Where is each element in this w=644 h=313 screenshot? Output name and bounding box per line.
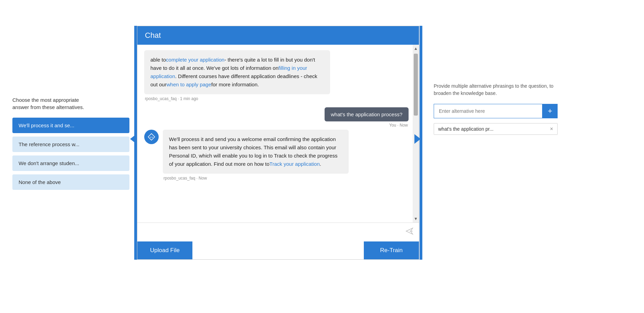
chat-messages: able tocomplete your application- there'… [137, 45, 419, 223]
alternative-tag-alt1: what's the application pr...× [434, 123, 558, 135]
complete-application-link[interactable]: complete your application [166, 57, 224, 63]
bot-meta-2: rposbo_ucas_faq · Now [163, 176, 349, 181]
answer-list: We'll process it and se...The reference … [12, 118, 129, 190]
blue-bar-right [420, 26, 422, 260]
alternative-tag-close-alt1[interactable]: × [550, 126, 553, 132]
right-panel: Provide multiple alternative phrasings t… [434, 83, 558, 135]
scroll-down-arrow[interactable]: ▼ [412, 215, 419, 223]
bot-message-2-content: We'll process it and send you a welcome … [163, 130, 349, 187]
chat-body: able tocomplete your application- there'… [137, 45, 419, 241]
bot-message-2: <> We'll process it and send you a welco… [144, 130, 409, 187]
scrollbar-track[interactable]: ▲ ▼ [413, 45, 419, 223]
bot-meta-1: rposbo_ucas_faq · 1 min ago [145, 96, 409, 101]
when-to-apply-link[interactable]: when to apply page [167, 82, 211, 87]
upload-file-button[interactable]: Upload File [137, 241, 192, 259]
scroll-thumb[interactable] [414, 54, 418, 116]
arrow-left [130, 134, 136, 144]
user-bubble-1: what's the application process? [325, 107, 409, 121]
retrain-button[interactable]: Re-Train [364, 241, 419, 259]
filling-application-link[interactable]: filling in your application [150, 65, 307, 79]
svg-text:<>: <> [150, 136, 153, 139]
send-button[interactable] [405, 227, 414, 238]
chat-input-area [137, 223, 419, 241]
chat-footer: Upload File Re-Train [137, 241, 419, 259]
answer-button-ans1[interactable]: We'll process it and se... [12, 118, 129, 133]
right-panel-description: Provide multiple alternative phrasings t… [434, 83, 558, 97]
alternative-tag-text-alt1: what's the application pr... [438, 126, 547, 132]
chat-window: Chat able tocomplete your application- t… [137, 26, 419, 260]
answer-button-ans4[interactable]: None of the above [12, 174, 129, 190]
alternative-tags-list: what's the application pr...× [434, 123, 558, 135]
left-panel-title: Choose the most appropriate answer from … [12, 96, 129, 111]
alternative-input[interactable] [434, 104, 542, 118]
user-message-1: what's the application process?You · Now [144, 107, 409, 128]
left-panel: Choose the most appropriate answer from … [12, 96, 129, 193]
user-meta-1: You · Now [389, 123, 408, 128]
bot-bubble-2: We'll process it and send you a welcome … [163, 130, 349, 174]
bot-avatar: <> [144, 130, 159, 144]
track-application-link[interactable]: Track your application [270, 161, 320, 167]
add-alternative-button[interactable]: + [542, 104, 558, 118]
chat-header: Chat [137, 26, 419, 45]
scroll-up-arrow[interactable]: ▲ [412, 45, 419, 52]
bot-message-1: able tocomplete your application- there'… [144, 50, 409, 101]
answer-button-ans3[interactable]: We don't arrange studen... [12, 155, 129, 171]
chat-input[interactable] [142, 226, 402, 238]
answer-button-ans2[interactable]: The reference process w... [12, 137, 129, 152]
alternative-input-row: + [434, 104, 558, 118]
